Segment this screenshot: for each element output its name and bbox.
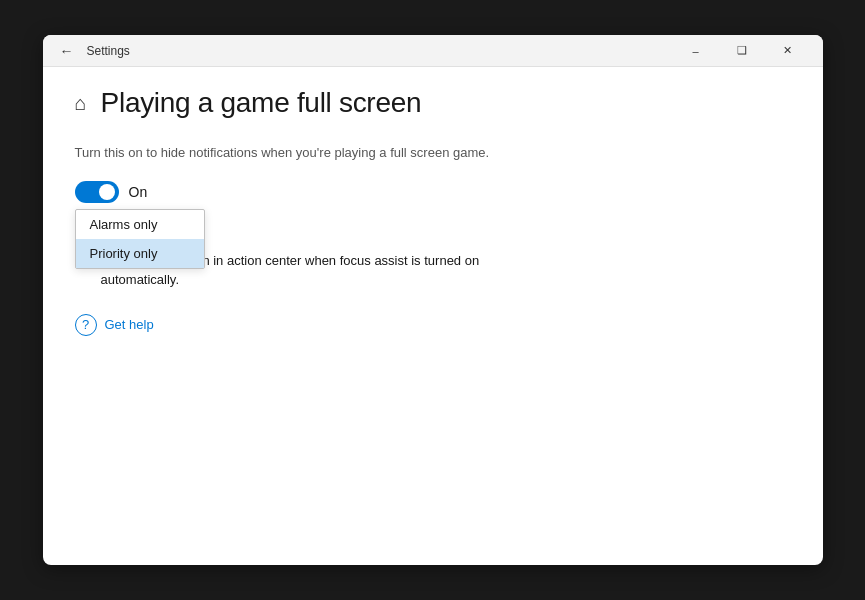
focus-assist-toggle[interactable] [75, 181, 119, 203]
help-icon: ? [75, 314, 97, 336]
content-area: ⌂ Playing a game full screen Turn this o… [43, 67, 823, 565]
focus-assist-dropdown: Alarms only Priority only [75, 209, 205, 269]
window-controls: – ❑ ✕ [673, 35, 811, 67]
toggle-knob [99, 184, 115, 200]
close-button[interactable]: ✕ [765, 35, 811, 67]
dropdown-item-priority-only[interactable]: Priority only [76, 239, 204, 268]
settings-window: ← Settings – ❑ ✕ ⌂ Playing a game full s… [43, 35, 823, 565]
window-title: Settings [87, 44, 673, 58]
page-title: Playing a game full screen [101, 87, 422, 119]
dropdown-item-alarms-only[interactable]: Alarms only [76, 210, 204, 239]
home-icon: ⌂ [75, 92, 87, 115]
page-description: Turn this on to hide notifications when … [75, 143, 495, 163]
back-button[interactable]: ← [55, 39, 79, 63]
help-row: ? Get help [75, 314, 791, 336]
toggle-row: On Alarms only Priority only [75, 181, 791, 203]
toggle-label: On [129, 184, 148, 200]
minimize-button[interactable]: – [673, 35, 719, 67]
titlebar: ← Settings – ❑ ✕ [43, 35, 823, 67]
maximize-button[interactable]: ❑ [719, 35, 765, 67]
page-header: ⌂ Playing a game full screen [75, 87, 791, 119]
get-help-link[interactable]: Get help [105, 317, 154, 332]
